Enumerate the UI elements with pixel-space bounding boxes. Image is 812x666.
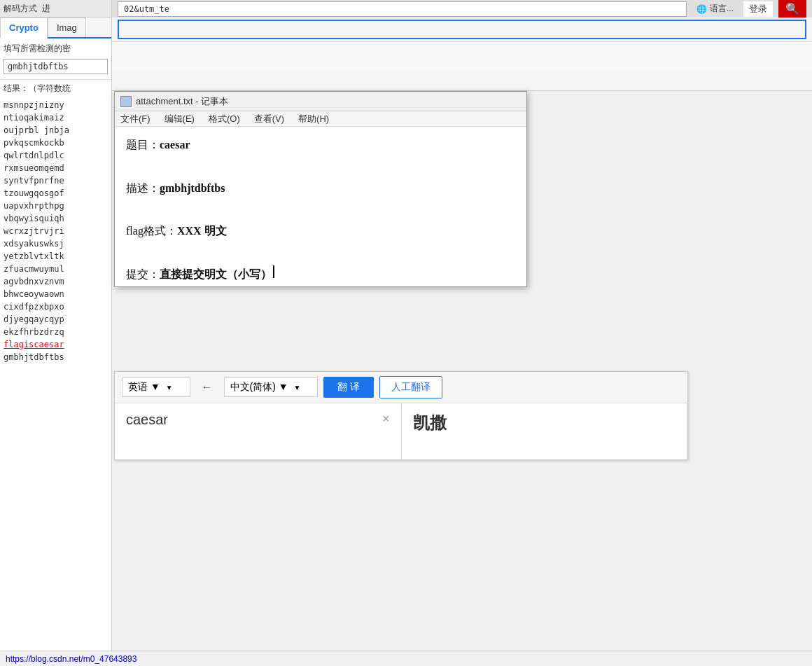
text-cursor: [273, 265, 274, 278]
list-item: zfuacmwuymul: [4, 263, 108, 275]
line1-value: caesar: [160, 135, 190, 155]
menu-next[interactable]: 进: [42, 3, 50, 15]
list-item: cixdfpzxbpxo: [4, 300, 108, 313]
translate-header: 英语 ▼ ← 中文(简体) ▼ 翻 译 人工翻译: [115, 372, 687, 403]
list-item: yetzblvtxltk: [4, 250, 108, 263]
list-item: qwlrtdnlpdlc: [4, 149, 108, 162]
list-item: ekzfhrbzdrzq: [4, 326, 108, 338]
line4-value: 直接提交明文（小写）: [160, 265, 272, 285]
notepad-window: attachment.txt - 记事本 文件(F) 编辑(E) 格式(O) 查…: [114, 91, 527, 287]
url-bar[interactable]: 02&utm_te: [118, 1, 687, 17]
cipher-input[interactable]: gmbhjtdbftbs: [4, 59, 108, 74]
notepad-menubar: 文件(F) 编辑(E) 格式(O) 查看(V) 帮助(H): [115, 111, 526, 127]
tab-image[interactable]: Imag: [48, 18, 86, 37]
source-lang-select[interactable]: 英语 ▼: [122, 377, 190, 397]
line3-label: flag格式：: [126, 221, 177, 242]
line2-value: gmbhjtdbftbs: [160, 179, 225, 199]
notepad-content: 题目： caesar 描述： gmbhjtdbftbs flag格式： XXX …: [115, 127, 526, 286]
language-button[interactable]: 🌐 语言...: [692, 1, 738, 16]
search-button[interactable]: 🔍: [778, 0, 806, 18]
browser-panel: 02&utm_te 🌐 语言... 登录 🔍: [112, 0, 812, 91]
line3-value: XXX 明文: [177, 221, 227, 242]
menu-help[interactable]: 帮助(H): [295, 113, 332, 125]
browser-topbar: 02&utm_te 🌐 语言... 登录 🔍: [112, 0, 812, 18]
input-label: 填写所需检测的密: [0, 39, 111, 57]
notepad-line-2: 描述： gmbhjtdbftbs: [126, 179, 515, 199]
status-bar: https://blog.csdn.net/m0_47643893: [0, 651, 812, 666]
browser-actions: 🌐 语言... 登录 🔍: [692, 0, 806, 18]
list-item: xdsyakuswksj: [4, 237, 108, 250]
swap-lang-button[interactable]: ←: [196, 378, 218, 396]
result-list: msnnpzjniznyntioqakimaizoujprbl jnbjapvk…: [0, 97, 111, 666]
menu-file[interactable]: 文件(F): [118, 113, 153, 125]
notepad-icon: [120, 96, 132, 107]
browser-content-top: [112, 42, 812, 70]
notepad-title: attachment.txt - 记事本: [136, 95, 228, 108]
list-item: wcrxzjtrvjri: [4, 225, 108, 237]
login-button[interactable]: 登录: [743, 1, 773, 17]
notepad-line-3: flag格式： XXX 明文: [126, 221, 515, 242]
tabs-row: Crypto Imag: [0, 18, 111, 39]
nav-input[interactable]: [118, 20, 806, 39]
target-lang-label: 中文(简体): [230, 381, 276, 392]
url-text: 02&utm_te: [124, 4, 169, 14]
notepad-titlebar: attachment.txt - 记事本: [115, 92, 526, 111]
translate-button[interactable]: 翻 译: [323, 377, 374, 398]
search-icon: 🔍: [785, 3, 799, 15]
menu-decode[interactable]: 解码方式: [4, 3, 37, 15]
line1-label: 题目：: [126, 135, 160, 155]
human-translate-button[interactable]: 人工翻译: [379, 376, 442, 398]
list-item: gmbhjtdbftbs: [4, 351, 108, 363]
translate-output-area: 凯撒: [402, 403, 688, 459]
list-item: djyegqaycqyp: [4, 313, 108, 326]
list-item: rxmsueomqemd: [4, 162, 108, 174]
list-item: flagiscaesar: [4, 338, 108, 351]
list-item: bhwceoywaown: [4, 288, 108, 300]
top-menubar: 解码方式 进: [0, 0, 111, 18]
translate-result-text: 凯撒: [413, 412, 447, 434]
translate-input-area[interactable]: caesar ×: [115, 403, 402, 459]
translate-input-text: caesar: [126, 412, 377, 428]
tab-crypto[interactable]: Crypto: [0, 18, 48, 39]
translate-panel: 英语 ▼ ← 中文(简体) ▼ 翻 译 人工翻译 caesar × 凯撒: [114, 371, 688, 460]
list-item: oujprbl jnbja: [4, 124, 108, 137]
browser-navbar: [112, 18, 812, 42]
notepad-line-1: 题目： caesar: [126, 135, 515, 155]
list-item: syntvfpnrfne: [4, 174, 108, 187]
status-url: https://blog.csdn.net/m0_47643893: [6, 654, 136, 664]
list-item: pvkqscmkockb: [4, 137, 108, 149]
list-item: agvbdnxvznvm: [4, 275, 108, 288]
menu-edit[interactable]: 编辑(E): [162, 113, 197, 125]
list-item: tzouwgqosgof: [4, 187, 108, 200]
target-lang-select[interactable]: 中文(简体) ▼: [224, 377, 318, 397]
line2-label: 描述：: [126, 179, 160, 199]
lang-label: 语言...: [710, 3, 734, 15]
left-panel: 解码方式 进 Crypto Imag 填写所需检测的密 gmbhjtdbftbs…: [0, 0, 112, 666]
menu-view[interactable]: 查看(V): [251, 113, 287, 125]
translate-clear-button[interactable]: ×: [382, 412, 390, 426]
translate-body: caesar × 凯撒: [115, 403, 687, 459]
notepad-line-4: 提交： 直接提交明文（小写）: [126, 265, 515, 285]
list-item: uapvxhrpthpg: [4, 200, 108, 212]
source-lang-label: 英语: [128, 381, 148, 392]
list-item: ntioqakimaiz: [4, 111, 108, 124]
menu-format[interactable]: 格式(O): [206, 113, 243, 125]
list-item: vbqwyisquiqh: [4, 212, 108, 225]
result-label: 结果：（字符数统: [0, 79, 111, 97]
globe-icon: 🌐: [696, 4, 707, 14]
list-item: msnnpzjnizny: [4, 99, 108, 111]
line4-label: 提交：: [126, 265, 160, 285]
